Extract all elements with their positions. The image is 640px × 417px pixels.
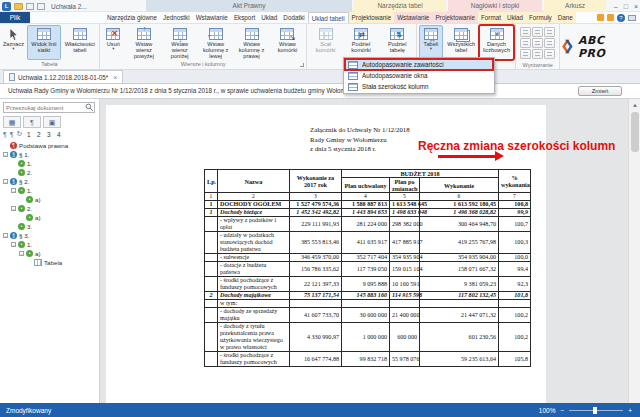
tree-item[interactable]: •3. — [3, 222, 97, 231]
value-cell[interactable]: 99,9 — [499, 209, 531, 217]
zaznacz-button[interactable]: Zaznacz▾ — [2, 25, 26, 60]
value-cell[interactable]: 1 613 548 645 — [390, 201, 420, 209]
collapse-icon[interactable]: – — [3, 233, 8, 238]
value-cell[interactable]: 101,8 — [499, 292, 531, 300]
tree-item[interactable]: –•1. — [3, 240, 97, 249]
tab-dane[interactable]: Dane — [555, 12, 576, 23]
collapse-icon[interactable]: – — [19, 251, 24, 256]
cell-align-button[interactable] — [532, 38, 543, 48]
value-cell[interactable]: 1 452 342 492,82 — [290, 209, 342, 217]
help-icon[interactable]: ? — [617, 14, 625, 22]
usuń-button[interactable]: Usuń▾ — [101, 25, 125, 60]
cell-align-button[interactable] — [520, 27, 531, 37]
widok-linii-siatki-button[interactable]: Widok linii siatki — [27, 25, 62, 60]
value-cell[interactable]: 1 000 000 — [342, 323, 390, 352]
value-cell[interactable] — [499, 300, 531, 308]
name-cell[interactable]: Dochody bieżące — [218, 209, 290, 217]
collapse-all-icon[interactable]: ¶ — [10, 131, 14, 138]
value-cell[interactable]: 75 137 171,54 — [290, 292, 342, 300]
lp-cell[interactable] — [205, 352, 218, 367]
table-header-cell[interactable]: Wykonanie za 2017 rok — [290, 170, 342, 193]
value-cell[interactable]: 1 443 894 653 — [342, 209, 390, 217]
value-cell[interactable]: 21 400 000 — [390, 308, 420, 323]
tree-item[interactable]: Tabela — [3, 258, 97, 267]
lp-cell[interactable] — [205, 217, 218, 232]
value-cell[interactable]: 1 527 479 574,36 — [290, 201, 342, 209]
document-tab[interactable]: Uchwała 1.12.2018.2018-01-05* × — [3, 70, 123, 83]
value-cell[interactable]: 300 464 948,70 — [420, 217, 499, 232]
value-cell[interactable]: 99,4 — [499, 262, 531, 277]
właściwości-tabeli-button[interactable]: Właściwości tabeli — [62, 25, 97, 60]
value-cell[interactable]: 1 613 592 180,45 — [420, 201, 499, 209]
zoom-slider-thumb[interactable] — [593, 407, 597, 414]
expand-all-icon[interactable]: ¶ — [3, 131, 7, 138]
minimize-button[interactable]: – — [614, 3, 618, 10]
tab-jednostki[interactable]: Jednostki — [160, 12, 193, 23]
value-cell[interactable]: 159 015 104 — [390, 262, 420, 277]
tree-item[interactable]: –•1. — [3, 186, 97, 195]
name-cell[interactable]: DOCHODY OGÓŁEM — [218, 201, 290, 209]
value-cell[interactable]: 100,2 — [499, 308, 531, 323]
wszystkich-tabel-button[interactable]: Wszystkich tabel — [444, 25, 478, 60]
value-cell[interactable]: 9 381 059,23 — [420, 277, 499, 292]
value-cell[interactable]: 100,3 — [499, 232, 531, 254]
lp-cell[interactable]: 1 — [205, 201, 218, 209]
table-header-cell[interactable]: % wykonania — [499, 170, 531, 193]
zoom-in-button[interactable]: + — [628, 407, 632, 414]
collapse-icon[interactable]: – — [3, 179, 8, 184]
tab-wstawianie[interactable]: Wstawianie — [193, 12, 231, 23]
value-cell[interactable] — [290, 300, 342, 308]
value-cell[interactable]: 298 382 000 — [390, 217, 420, 232]
table-header-cell[interactable]: Lp. — [205, 170, 218, 193]
cell-align-button[interactable] — [520, 49, 531, 59]
cell-align-button[interactable] — [532, 49, 543, 59]
value-cell[interactable]: 55 978 076 — [390, 352, 420, 367]
cell-align-button[interactable] — [544, 27, 555, 37]
save-icon[interactable] — [26, 3, 34, 10]
scroll-up-icon[interactable]: ▲ — [630, 100, 640, 110]
tree-item[interactable]: –•2. — [3, 204, 97, 213]
value-cell[interactable]: 117 739 050 — [342, 262, 390, 277]
tree-item[interactable]: –§§ 3. — [3, 231, 97, 240]
vertical-scrollbar[interactable]: ▲ — [628, 99, 640, 403]
value-cell[interactable]: 100,8 — [499, 201, 531, 209]
wstaw-wiersz-poniżej-button[interactable]: Wstaw wiersz poniżej — [162, 25, 197, 60]
value-cell[interactable]: 117 802 132,45 — [420, 292, 499, 300]
tab-układ[interactable]: Układ — [504, 12, 526, 23]
dialog-launcher-icon[interactable] — [300, 63, 304, 67]
tab-wstawianie[interactable]: Wstawianie — [394, 12, 432, 23]
level-button-3[interactable]: 3 — [45, 131, 52, 138]
table-header-cell[interactable]: Plan uchwalony — [342, 178, 390, 193]
search-input[interactable] — [4, 105, 85, 111]
tab-układ[interactable]: Układ — [258, 12, 280, 23]
value-cell[interactable]: 100,7 — [499, 217, 531, 232]
cell-align-button[interactable] — [532, 27, 543, 37]
lp-cell[interactable] — [205, 308, 218, 323]
tree-item[interactable]: •a) — [3, 195, 97, 204]
value-cell[interactable]: 100,0 — [499, 254, 531, 262]
value-cell[interactable]: 229 111 991,93 — [290, 217, 342, 232]
value-cell[interactable]: 354 935 904,00 — [420, 254, 499, 262]
lp-cell[interactable] — [205, 323, 218, 352]
display-icon[interactable] — [628, 15, 636, 21]
cell-align-button[interactable] — [520, 38, 531, 48]
cell-align-button[interactable] — [544, 38, 555, 48]
copy-view-tab[interactable]: ▣ — [43, 116, 61, 128]
value-cell[interactable]: 158 071 667,32 — [420, 262, 499, 277]
zoom-slider[interactable] — [569, 410, 623, 411]
value-cell[interactable]: 1 496 368 028,82 — [420, 209, 499, 217]
structure-view-tab[interactable]: ▦ — [3, 116, 21, 128]
zoom-out-button[interactable]: − — [560, 407, 564, 414]
value-cell[interactable] — [420, 300, 499, 308]
tab-projektowanie[interactable]: Projektowanie — [432, 12, 478, 23]
tree-item[interactable]: –§§ 2. — [3, 177, 97, 186]
wstaw-komórki-button[interactable]: Wstaw komórki — [270, 25, 305, 60]
name-cell[interactable]: - wpływy z podatków i opłat — [218, 217, 290, 232]
text-view-tab[interactable]: ¶ — [23, 116, 41, 128]
tab-formuły[interactable]: Formuły — [526, 12, 555, 23]
tree-item[interactable]: ¶Podstawa prawna — [3, 141, 97, 150]
name-cell[interactable]: - udziały w podatkach stanowiących dochó… — [218, 232, 290, 254]
tree-item[interactable]: –§§ 1. — [3, 150, 97, 159]
level-button-1[interactable]: 1 — [25, 131, 32, 138]
name-cell[interactable]: - dotacje z budżetu państwa — [218, 262, 290, 277]
